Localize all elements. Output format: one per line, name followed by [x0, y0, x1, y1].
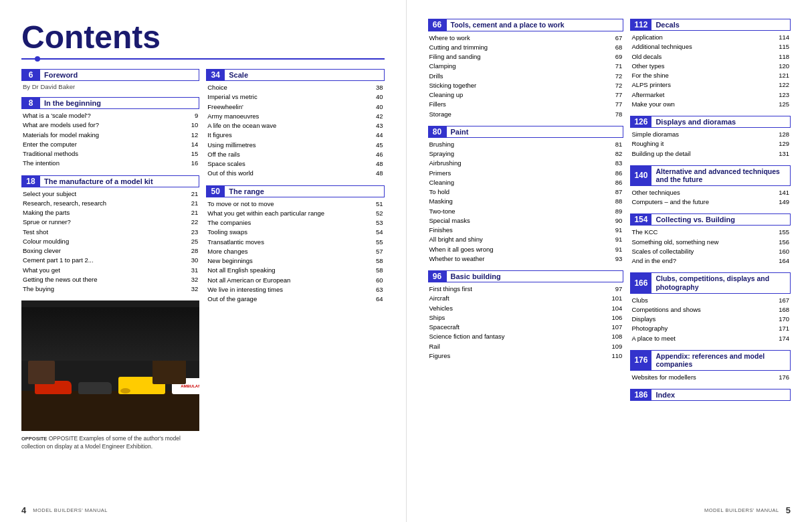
section-num-alternative: 140: [630, 165, 651, 186]
toc-label: What you get within each particular rang…: [207, 209, 369, 218]
toc-label: Space scales: [207, 159, 369, 169]
toc-row: Colour moulding25: [21, 237, 199, 246]
section-title-paint: Paint: [447, 126, 624, 138]
photo-background-dark: [21, 307, 199, 361]
section-title-beginning: In the beginning: [40, 97, 199, 109]
toc-label: Not all English speaking: [207, 266, 369, 275]
toc-row: Space scales48: [206, 159, 384, 169]
toc-row: Sticking together72: [428, 81, 624, 90]
toc-page: 82: [609, 149, 622, 159]
section-header-paint: 80 Paint: [428, 126, 624, 138]
toc-page: 131: [776, 149, 789, 159]
section-decals: 112 Decals Application114 Additional tec…: [630, 19, 791, 109]
photo-model-2: [78, 382, 112, 394]
section-title-decals: Decals: [651, 19, 791, 31]
toc-label: Imperial vs metric: [207, 92, 369, 102]
section-header-index: 186 Index: [630, 389, 791, 401]
toc-label: Scales of collectability: [631, 247, 776, 256]
left-page: Contents 6 Foreword By Dr David Baker 8 …: [0, 0, 407, 522]
toc-row: ALPS printers122: [630, 80, 791, 90]
toc-page: 71: [609, 62, 622, 71]
toc-page: 30: [185, 256, 198, 265]
section-header-beginning: 8 In the beginning: [21, 97, 199, 109]
toc-page: 91: [609, 245, 622, 254]
toc-page: 78: [609, 110, 622, 119]
toc-tools: Where to work67 Cutting and trimming68 F…: [428, 33, 624, 119]
toc-page: 23: [185, 228, 198, 237]
toc-page: 72: [609, 72, 622, 81]
toc-page: 101: [609, 294, 622, 303]
toc-row: Fillers77: [428, 100, 624, 109]
toc-row: Not all English speaking58: [206, 266, 384, 275]
toc-page: 32: [185, 275, 198, 284]
toc-row: Finishes91: [428, 226, 624, 235]
toc-basic-building: First things first97 Aircraft101 Vehicle…: [428, 284, 624, 361]
toc-page: 48: [370, 159, 383, 169]
toc-row: Clubs167: [630, 296, 791, 305]
toc-range: To move or not to move51 What you get wi…: [206, 199, 384, 304]
toc-page: 128: [776, 130, 789, 139]
toc-label: Something old, something new: [631, 238, 776, 247]
toc-label: Freewheelin': [207, 102, 369, 112]
footer-left: 4 MODEL BUILDERS' MANUAL: [21, 505, 108, 515]
toc-row: Cleaning86: [428, 178, 624, 187]
toc-page: 54: [370, 228, 383, 237]
section-title-collecting: Collecting vs. Building: [651, 213, 791, 226]
toc-row: For the shine121: [630, 71, 791, 80]
toc-page: 90: [609, 216, 622, 226]
section-num-clubs: 166: [630, 272, 651, 293]
toc-label: Other techniques: [631, 188, 776, 197]
section-header-tools: 66 Tools, cement and a place to work: [428, 19, 624, 31]
toc-page: 52: [370, 209, 383, 218]
toc-page: 48: [370, 169, 383, 178]
left-col-1: 6 Foreword By Dr David Baker 8 In the be…: [21, 69, 199, 451]
toc-row: What are models used for?10: [21, 120, 199, 130]
toc-page: 86: [609, 169, 622, 178]
toc-page: 43: [370, 121, 383, 130]
toc-row: All bright and shiny91: [428, 235, 624, 244]
toc-row: Getting the news out there32: [21, 275, 199, 284]
toc-row: Figures110: [428, 351, 624, 361]
toc-row: What you get31: [21, 266, 199, 275]
toc-row: What is a 'scale model'?9: [21, 111, 199, 120]
section-num-appendix: 176: [630, 350, 651, 371]
toc-page: 123: [776, 90, 789, 100]
toc-row: What you get within each particular rang…: [206, 209, 384, 218]
section-title-basic-building: Basic building: [447, 270, 624, 282]
right-page: 66 Tools, cement and a place to work Whe…: [407, 0, 813, 522]
section-range: 50 The range To move or not to move51 Wh…: [206, 185, 384, 304]
toc-page: 176: [776, 373, 789, 382]
toc-label: A life on the ocean wave: [207, 121, 369, 130]
section-collecting: 154 Collecting vs. Building The KCC155 S…: [630, 213, 791, 266]
section-title-appendix: Appendix: references and model companies: [651, 350, 791, 371]
toc-row: Off the rails46: [206, 150, 384, 159]
toc-label: Enter the computer: [23, 140, 185, 149]
left-page-number: 4: [21, 505, 26, 515]
toc-label: Cleaning: [429, 178, 609, 187]
toc-page: 77: [609, 100, 622, 109]
toc-label: What is a 'scale model'?: [23, 111, 185, 120]
toc-label: Research, research, research: [23, 199, 185, 208]
toc-page: 57: [370, 247, 383, 256]
toc-label: Airbrushing: [429, 159, 609, 168]
section-header-scale: 34 Scale: [206, 69, 384, 81]
footer-right-content: MODEL BUILDERS' MANUAL 5: [704, 505, 791, 515]
toc-label: Test shot: [23, 228, 185, 237]
toc-row: Other techniques141: [630, 188, 791, 197]
photo-caption: OPPOSITE OPPOSITE Examples of some of th…: [21, 435, 199, 451]
toc-row: Making the parts21: [21, 208, 199, 217]
toc-label: Figures: [429, 351, 609, 361]
toc-row: Primers86: [428, 169, 624, 178]
toc-dioramas: Simple dioramas128 Roughing it129 Buildi…: [630, 130, 791, 159]
toc-page: 68: [609, 43, 622, 52]
toc-row: Old decals118: [630, 52, 791, 62]
toc-page: 40: [370, 92, 383, 102]
toc-row: Computers – and the future149: [630, 197, 791, 207]
toc-row: Spraying82: [428, 149, 624, 159]
toc-row: Transatlantic moves55: [206, 238, 384, 247]
toc-row: Competitions and shows168: [630, 305, 791, 315]
right-col-main: 66 Tools, cement and a place to work Whe…: [428, 19, 624, 408]
toc-page: 12: [185, 130, 198, 140]
toc-row: It figures44: [206, 130, 384, 140]
section-header-basic-building: 96 Basic building: [428, 270, 624, 282]
